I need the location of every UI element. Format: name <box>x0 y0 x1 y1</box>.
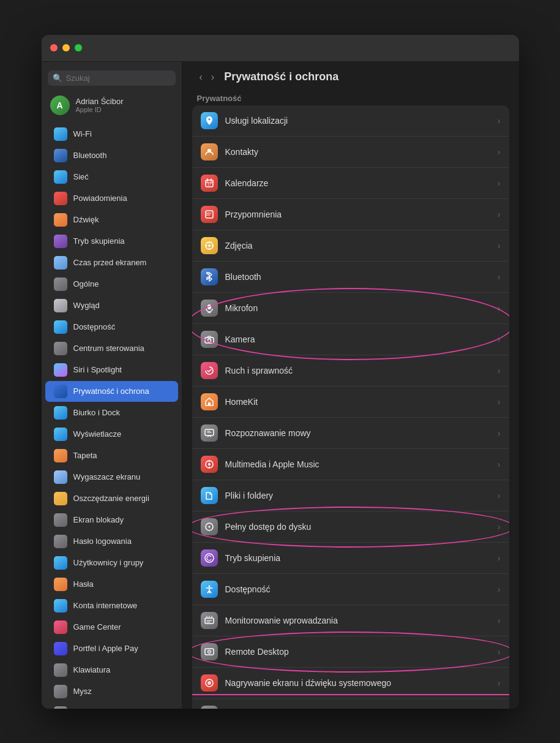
row-label-homekit: HomeKit <box>225 397 490 407</box>
close-button[interactable] <box>50 44 58 51</box>
sidebar-item-mouse[interactable]: Mysz <box>45 681 178 702</box>
sidebar-item-wallpaper[interactable]: Tapeta <box>45 445 178 466</box>
row-label-camera: Kamera <box>225 334 490 344</box>
printer-icon <box>54 706 67 709</box>
wifi-icon <box>54 127 67 141</box>
sidebar-item-appearance[interactable]: Wygląd <box>45 295 178 316</box>
row-label-focus: Tryb skupienia <box>225 553 490 563</box>
sidebar-item-wifi[interactable]: Wi-Fi <box>45 124 178 145</box>
row-label-speech: Rozpoznawanie mowy <box>225 428 490 438</box>
chevron-icon-fulldisk: › <box>498 522 501 532</box>
chevron-icon-homekit: › <box>498 397 501 407</box>
users-icon <box>54 556 67 570</box>
wallpaper-icon <box>54 449 67 462</box>
search-input[interactable] <box>66 74 171 83</box>
main-header: ‹ › Prywatność i ochrona <box>182 62 519 90</box>
row-camera[interactable]: Kamera › <box>192 324 509 355</box>
row-microphone[interactable]: Mikrofon › <box>192 293 509 324</box>
sidebar-label-screensaver: Wygaszacz ekranu <box>73 472 141 481</box>
user-profile[interactable]: A Adrian Ścibor Apple ID <box>42 92 182 119</box>
search-bar[interactable]: 🔍 <box>48 70 176 86</box>
files-row-icon <box>201 487 218 504</box>
sidebar-item-sound[interactable]: Dźwięk <box>45 209 178 230</box>
row-label-remote: Remote Desktop <box>225 647 490 657</box>
row-accessibility[interactable]: Dostępność › <box>192 574 509 605</box>
avatar: A <box>50 96 70 115</box>
sidebar-item-battery[interactable]: Oszczędzanie energii <box>45 488 178 509</box>
sidebar-item-wallet[interactable]: Portfel i Apple Pay <box>45 638 178 659</box>
svg-point-23 <box>209 651 210 652</box>
row-label-bluetooth: Bluetooth <box>225 272 490 282</box>
row-location[interactable]: Usługi lokalizacji › <box>192 105 509 137</box>
battery-icon <box>54 492 67 505</box>
sidebar-item-screen-time[interactable]: Czas przed ekranem <box>45 252 178 273</box>
chevron-icon-speech: › <box>498 428 501 438</box>
maximize-button[interactable] <box>75 44 82 51</box>
nav-forward-button[interactable]: › <box>209 70 217 84</box>
row-remote[interactable]: Remote Desktop › <box>192 636 509 668</box>
screen-time-icon <box>54 256 67 270</box>
sidebar-label-wifi: Wi-Fi <box>73 129 92 138</box>
sidebar-item-lock[interactable]: Ekran blokady <box>45 510 178 530</box>
section-label: Prywatność <box>182 90 519 105</box>
row-focus[interactable]: Tryb skupienia › <box>192 543 509 574</box>
input-mon-row-icon <box>201 612 218 629</box>
general-icon <box>54 277 67 291</box>
row-media[interactable]: Multimedia i Apple Music › <box>192 449 509 480</box>
main-window: 🔍 A Adrian Ścibor Apple ID Wi-Fi Bluetoo… <box>42 35 519 709</box>
sidebar-item-privacy[interactable]: Prywatność i ochrona <box>45 381 178 402</box>
sidebar-item-internet[interactable]: Konta internetowe <box>45 595 178 616</box>
sidebar-item-siri[interactable]: Siri i Spotlight <box>45 360 178 380</box>
calendar-row-icon: 17 <box>201 175 218 192</box>
minimize-button[interactable] <box>62 44 70 51</box>
sidebar-item-control[interactable]: Centrum sterowania <box>45 338 178 359</box>
camera-row-icon <box>201 331 218 348</box>
sidebar-item-focus[interactable]: Tryb skupienia <box>45 231 178 252</box>
location-row-icon <box>201 112 218 129</box>
row-label-motion: Ruch i sprawność <box>225 366 490 375</box>
row-reminders[interactable]: Przypomnienia › <box>192 199 509 230</box>
row-motion[interactable]: Ruch i sprawność › <box>192 355 509 387</box>
sidebar-label-accessibility: Dostępność <box>73 322 116 331</box>
keyboard-icon <box>54 663 67 677</box>
sidebar-item-display[interactable]: Wyświetlacze <box>45 424 178 445</box>
row-screen-rec[interactable]: Nagrywanie ekranu i dźwięku systemowego … <box>192 668 509 699</box>
row-files[interactable]: Pliki i foldery › <box>192 480 509 511</box>
chevron-icon-input-mon: › <box>498 616 501 625</box>
sidebar-item-bluetooth[interactable]: Bluetooth <box>45 145 178 166</box>
sidebar-label-appearance: Wygląd <box>73 301 100 310</box>
sidebar-item-accessibility[interactable]: Dostępność <box>45 317 178 338</box>
sidebar-item-password[interactable]: Hasło logowania <box>45 531 178 552</box>
nav-back-button[interactable]: ‹ <box>197 70 205 84</box>
svg-point-16 <box>208 463 211 466</box>
content-area: 🔍 A Adrian Ścibor Apple ID Wi-Fi Bluetoo… <box>42 62 519 709</box>
row-speech[interactable]: Rozpoznawanie mowy › <box>192 418 509 449</box>
sidebar-item-network[interactable]: Sieć <box>45 167 178 187</box>
sidebar-item-gamecenter[interactable]: Game Center <box>45 617 178 638</box>
row-contacts[interactable]: Kontakty › <box>192 137 509 168</box>
sidebar-items-list: Wi-Fi Bluetooth Sieć Powiadomienia Dźwię… <box>42 124 182 709</box>
user-subtitle: Apple ID <box>76 106 124 113</box>
microphone-row-icon <box>201 300 218 317</box>
row-input-mon[interactable]: Monitorowanie wprowadzania › <box>192 605 509 636</box>
svg-text:17: 17 <box>207 183 212 186</box>
row-bluetooth[interactable]: Bluetooth › <box>192 262 509 293</box>
row-homekit[interactable]: HomeKit › <box>192 387 509 418</box>
svg-point-19 <box>208 585 210 587</box>
sidebar-item-screensaver[interactable]: Wygaszacz ekranu <box>45 467 178 488</box>
row-label-microphone: Mikrofon <box>225 303 490 313</box>
row-calendar[interactable]: 17 Kalendarze › <box>192 168 509 199</box>
sidebar-item-passwords[interactable]: Hasła <box>45 574 178 595</box>
sidebar-item-desktop[interactable]: Biurko i Dock <box>45 402 178 423</box>
sidebar-item-users[interactable]: Użytkownicy i grupy <box>45 553 178 573</box>
row-fulldisk[interactable]: Pełny dostęp do dysku › <box>192 511 509 543</box>
row-photos[interactable]: Zdjęcia › <box>192 230 509 262</box>
sidebar-item-keyboard[interactable]: Klawiatura <box>45 660 178 681</box>
sidebar-item-printer[interactable]: Drukarki i skanery <box>45 703 178 709</box>
row-passkey[interactable]: Dostęp przy użyciu kluczy w przeglądarka… <box>192 699 509 709</box>
sidebar-item-general[interactable]: Ogólne <box>45 274 178 295</box>
sidebar-label-display: Wyświetlacze <box>73 429 122 439</box>
sidebar-label-screen-time: Czas przed ekranem <box>73 258 147 267</box>
sidebar-item-notifications[interactable]: Powiadomienia <box>45 188 178 209</box>
chevron-icon-accessibility: › <box>498 584 501 594</box>
